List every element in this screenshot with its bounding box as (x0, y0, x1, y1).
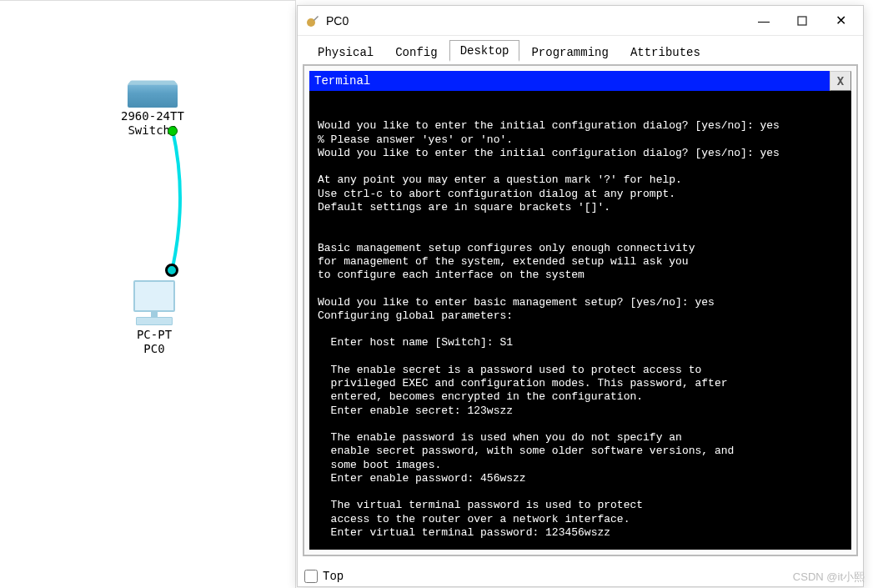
tab-physical[interactable]: Physical (308, 43, 384, 62)
minimize-button[interactable]: — (745, 8, 783, 34)
top-checkbox[interactable] (304, 570, 318, 583)
port-status-switch-icon (168, 126, 178, 136)
tab-programming[interactable]: Programming (521, 43, 618, 62)
terminal-title: Terminal (314, 74, 830, 88)
app-icon (306, 14, 319, 28)
watermark: CSDN @it小熙 (793, 570, 865, 585)
svg-rect-1 (798, 17, 806, 25)
terminal-header[interactable]: Terminal X (309, 71, 851, 91)
topology-canvas[interactable]: 2960-24TT Switch0 PC-PT PC0 (0, 0, 296, 588)
link-cable[interactable] (163, 130, 188, 272)
pc-label: PC-PT PC0 (129, 328, 179, 356)
bottom-bar: Top (304, 570, 344, 583)
terminal-output[interactable]: Would you like to enter the initial conf… (309, 91, 851, 550)
device-window: PC0 — ✕ Physical Config Desktop Programm… (297, 5, 864, 587)
top-checkbox-label: Top (323, 570, 344, 583)
tabbar: Physical Config Desktop Programming Attr… (298, 36, 863, 61)
tab-desktop[interactable]: Desktop (449, 40, 520, 62)
titlebar[interactable]: PC0 — ✕ (298, 6, 863, 36)
window-title: PC0 (326, 14, 745, 28)
close-button[interactable]: ✕ (821, 8, 860, 34)
pc-icon (129, 280, 179, 326)
tab-config[interactable]: Config (385, 43, 447, 62)
port-status-pc-icon (165, 264, 178, 277)
terminal-close-button[interactable]: X (830, 71, 851, 91)
maximize-button[interactable] (783, 8, 821, 34)
pc-node[interactable]: PC-PT PC0 (129, 280, 179, 356)
tab-attributes[interactable]: Attributes (620, 43, 710, 62)
maximize-icon (797, 16, 807, 26)
switch-icon (128, 84, 178, 108)
tab-content: Terminal X Would you like to enter the i… (303, 64, 858, 556)
